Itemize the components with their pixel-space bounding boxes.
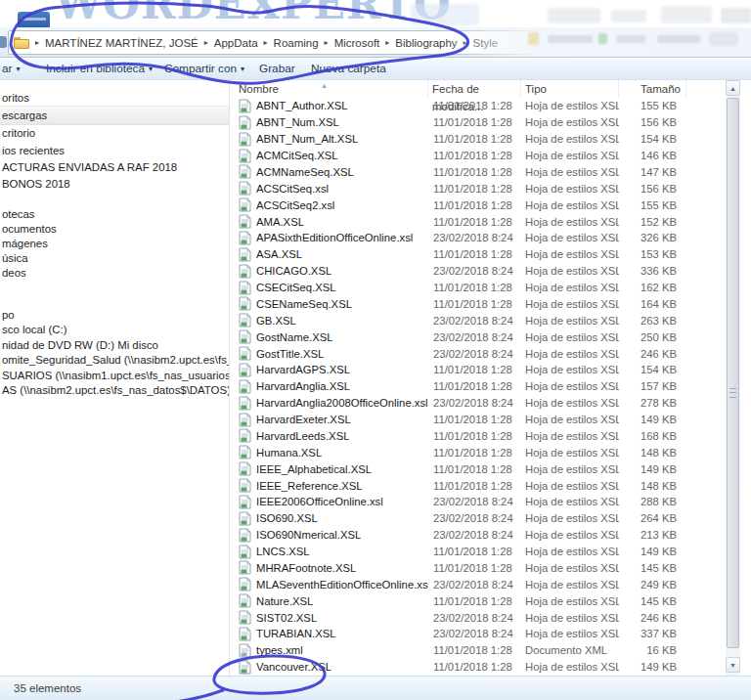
sidebar-item[interactable]: ios recientes	[0, 142, 229, 158]
xsl-file-icon	[239, 413, 251, 427]
ghost-text	[548, 35, 593, 43]
vertical-scrollbar[interactable]: ▲ ▼	[726, 80, 740, 676]
table-row[interactable]: GostTitle.XSL 23/02/2018 8:24 Hoja de es…	[235, 345, 726, 362]
table-row[interactable]: ACSCitSeq2.xsl 11/01/2018 1:28 Hoja de e…	[235, 197, 726, 213]
file-size: 148 KB	[619, 480, 682, 492]
xsl-file-icon	[239, 428, 251, 443]
table-row[interactable]: ISO690Nmerical.XSL 23/02/2018 8:24 Hoja …	[235, 527, 726, 544]
table-row[interactable]: MHRAFootnote.XSL 11/01/2018 1:28 Hoja de…	[235, 560, 726, 577]
sidebar-item[interactable]: deos	[0, 266, 229, 281]
table-row[interactable]: HarvardAnglia2008OfficeOnline.xsl 23/02/…	[235, 395, 726, 412]
table-row[interactable]: APASixthEditionOfficeOnline.xsl 23/02/20…	[235, 230, 726, 246]
table-row[interactable]: CHICAGO.XSL 23/02/2018 8:24 Hoja de esti…	[235, 263, 726, 280]
sidebar-item[interactable]: úsica	[0, 251, 229, 266]
table-row[interactable]: TURABIAN.XSL 23/02/2018 8:24 Hoja de est…	[235, 626, 726, 642]
xsl-file-icon	[239, 593, 251, 608]
xsl-file-icon	[239, 627, 251, 641]
sidebar-item[interactable]: critorio	[0, 125, 229, 142]
sidebar-item[interactable]: SUARIOS (\\nasibm1.upct.es\fs_nas_usuari…	[0, 368, 229, 383]
address-bar: ▸MARTÍNEZ MARTÍNEZ, JOSÉ▸AppData▸Roaming…	[0, 27, 751, 58]
table-row[interactable]: ACMNameSeq.XSL 11/01/2018 1:28 Hoja de e…	[235, 164, 726, 181]
file-size: 213 KB	[619, 529, 682, 541]
table-row[interactable]: ACMCitSeq.XSL 11/01/2018 1:28 Hoja de es…	[235, 148, 726, 164]
file-name: ACMNameSeq.XSL	[256, 166, 354, 178]
table-row[interactable]: IEEE_Alphabetical.XSL 11/01/2018 1:28 Ho…	[235, 460, 726, 477]
file-size: 147 KB	[619, 166, 682, 178]
xml-file-icon	[239, 643, 251, 658]
table-row[interactable]: HarvardAGPS.XSL 11/01/2018 1:28 Hoja de …	[235, 362, 726, 378]
table-row[interactable]: GostName.XSL 23/02/2018 8:24 Hoja de est…	[235, 328, 726, 345]
sidebar-item[interactable]: sco local (C:)	[0, 322, 229, 337]
xsl-file-icon	[239, 296, 251, 311]
sidebar-item[interactable]: otecas	[0, 207, 229, 222]
sidebar-item[interactable]: oritos	[0, 89, 229, 106]
breadcrumb-separator-icon: ▸	[200, 38, 212, 47]
column-header-date[interactable]: Fecha de modifica...	[428, 80, 521, 98]
table-row[interactable]: ISO690.XSL 23/02/2018 8:24 Hoja de estil…	[235, 510, 726, 527]
file-date: 11/01/2018 1:28	[428, 380, 521, 392]
table-row[interactable]: AMA.XSL 11/01/2018 1:28 Hoja de estilos …	[235, 213, 726, 230]
table-row[interactable]: LNCS.XSL 11/01/2018 1:28 Hoja de estilos…	[235, 544, 726, 560]
file-size: 250 KB	[619, 331, 682, 343]
toolbar-item-nueva-carpeta[interactable]: Nueva carpeta	[311, 59, 386, 79]
file-type: Hoja de estilos XSL	[521, 628, 619, 639]
navigation-pane: oritosescargascritorioios recientesACTUR…	[0, 80, 229, 676]
table-row[interactable]: ASA.XSL 11/01/2018 1:28 Hoja de estilos …	[235, 246, 726, 263]
sidebar-item[interactable]: ACTURAS ENVIADAS A RAF 2018	[0, 158, 229, 175]
table-row[interactable]: ABNT_Num_Alt.XSL 11/01/2018 1:28 Hoja de…	[235, 131, 726, 148]
toolbar-item-ar[interactable]: ar▾	[2, 59, 21, 79]
scroll-up-icon[interactable]: ▲	[726, 80, 740, 96]
column-header-name[interactable]: Nombre ▲	[235, 80, 428, 98]
sidebar-item[interactable]: omite_Seguridad_Salud (\\nasibm2.upct.es…	[0, 352, 229, 368]
sidebar-item[interactable]: AS (\\nasibm2.upct.es\fs_nas_datos$\DATO…	[0, 382, 229, 398]
xsl-file-icon	[239, 231, 251, 245]
table-row[interactable]: HarvardAnglia.XSL 11/01/2018 1:28 Hoja d…	[235, 378, 726, 395]
sidebar-item[interactable]: po	[0, 307, 229, 323]
sidebar-item[interactable]: mágenes	[0, 237, 229, 251]
column-header-type[interactable]: Tipo	[521, 80, 619, 98]
file-size: 326 KB	[619, 232, 682, 243]
scroll-down-icon[interactable]: ▼	[726, 657, 740, 673]
table-row[interactable]: HarvardLeeds.XSL 11/01/2018 1:28 Hoja de…	[235, 428, 726, 445]
file-size: 264 KB	[619, 512, 682, 524]
table-row[interactable]: ACSCitSeq.xsl 11/01/2018 1:28 Hoja de es…	[235, 180, 726, 197]
toolbar-item-compartir-con[interactable]: Compartir con▾	[164, 59, 244, 79]
table-row[interactable]: ABNT_Num.XSL 11/01/2018 1:28 Hoja de est…	[235, 114, 726, 131]
table-row[interactable]: Vancouver.XSL 11/01/2018 1:28 Hoja de es…	[235, 659, 726, 676]
scrollbar-thumb[interactable]	[727, 98, 739, 648]
ghost-text	[657, 35, 700, 43]
back-button-icon[interactable]	[0, 36, 7, 48]
breadcrumb-item[interactable]: AppData	[212, 37, 260, 49]
table-row[interactable]: CSENameSeq.XSL 11/01/2018 1:28 Hoja de e…	[235, 296, 726, 313]
xsl-file-icon	[239, 577, 251, 591]
sidebar-item[interactable]: BONOS 2018	[0, 175, 229, 192]
file-name: ASA.XSL	[256, 248, 302, 260]
file-date: 23/02/2018 8:24	[428, 315, 521, 327]
table-row[interactable]: SIST02.XSL 23/02/2018 8:24 Hoja de estil…	[235, 609, 726, 626]
sidebar-item[interactable]: ocumentos	[0, 222, 229, 237]
table-row[interactable]: GB.XSL 23/02/2018 8:24 Hoja de estilos X…	[235, 312, 726, 328]
table-row[interactable]: ABNT_Author.XSL 11/01/2018 1:28 Hoja de …	[235, 98, 726, 114]
table-row[interactable]: CSECitSeq.XSL 11/01/2018 1:28 Hoja de es…	[235, 280, 726, 296]
column-header-size[interactable]: Tamaño	[619, 80, 686, 98]
breadcrumb-item[interactable]: MARTÍNEZ MARTÍNEZ, JOSÉ	[43, 37, 200, 49]
file-type: Hoja de estilos XSL	[521, 480, 619, 492]
sidebar-item[interactable]: escargas	[0, 106, 229, 124]
breadcrumb-separator-icon: ▸	[31, 38, 43, 47]
breadcrumb-item[interactable]: Microsoft	[332, 37, 382, 49]
file-date: 11/01/2018 1:28	[428, 364, 521, 375]
table-row[interactable]: MLASeventhEditionOfficeOnline.xsl 23/02/…	[235, 576, 726, 592]
table-row[interactable]: Nature.XSL 11/01/2018 1:28 Hoja de estil…	[235, 592, 726, 609]
breadcrumb-item[interactable]: Roaming	[272, 37, 321, 49]
toolbar-item-incluir-en-biblioteca[interactable]: Incluir en biblioteca▾	[46, 59, 153, 79]
table-row[interactable]: HarvardExeter.XSL 11/01/2018 1:28 Hoja d…	[235, 412, 726, 428]
table-row[interactable]: types.xml 11/01/2018 1:28 Documento XML …	[235, 642, 726, 659]
file-size: 154 KB	[619, 364, 682, 375]
table-row[interactable]: IEEE_Reference.XSL 11/01/2018 1:28 Hoja …	[235, 477, 726, 494]
table-row[interactable]: Humana.XSL 11/01/2018 1:28 Hoja de estil…	[235, 444, 726, 460]
table-row[interactable]: IEEE2006OfficeOnline.xsl 23/02/2018 8:24…	[235, 494, 726, 510]
sidebar-item[interactable]: nidad de DVD RW (D:) Mi disco	[0, 337, 229, 353]
toolbar-item-grabar[interactable]: Grabar	[259, 59, 295, 79]
file-type: Hoja de estilos XSL	[521, 595, 619, 607]
file-date: 11/01/2018 1:28	[428, 166, 521, 178]
